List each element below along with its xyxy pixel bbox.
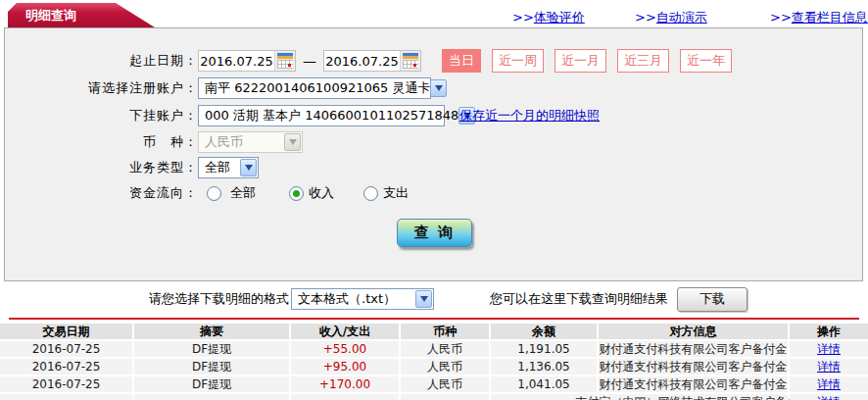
detail-link[interactable]: 详情 — [817, 394, 841, 400]
link-experience-review[interactable]: >>体验评价 — [512, 9, 585, 26]
chevron-down-icon[interactable] — [415, 290, 432, 308]
header-currency: 币种 — [401, 324, 491, 341]
table-row: 2016-07-25 DF提现 +170.00 人民币 1,041.05 财付通… — [0, 376, 868, 394]
date-from-input[interactable]: 2016.07.25 — [198, 50, 296, 72]
tab-title: 明细查询 — [25, 8, 76, 23]
sub-account-row: 下挂账户： 000 活期 基本户 1406600101102571848 保存近… — [5, 104, 862, 127]
table-row-partial: 支付宝（中国）网络技术有限公司客户备付金 详情 — [0, 394, 868, 400]
table-row: 2016-07-25 DF提现 +55.00 人民币 1,191.05 财付通支… — [0, 341, 868, 359]
cell-date: 2016-07-25 — [0, 359, 134, 376]
download-hint: 您可以在这里下载查询明细结果 — [490, 290, 668, 308]
header-action: 操作 — [790, 324, 868, 341]
business-type-label: 业务类型： — [5, 159, 198, 176]
business-type-select[interactable]: 全部 — [198, 157, 259, 178]
fund-flow-income-radio[interactable]: 收入 — [289, 184, 334, 202]
register-account-select[interactable]: 南平 6222001406100921065 灵通卡 — [198, 77, 431, 99]
quick-range-week-button[interactable]: 近一周 — [492, 49, 544, 73]
header-summary: 摘要 — [134, 324, 291, 341]
radio-icon[interactable] — [207, 186, 221, 201]
register-account-row: 请选择注册账户： 南平 6222001406100921065 灵通卡 — [5, 76, 862, 100]
header-date: 交易日期 — [0, 324, 134, 341]
download-format-select[interactable]: 文本格式（.txt） — [291, 288, 434, 310]
fund-flow-label: 资金流向： — [5, 184, 198, 202]
link-label: 体验评价 — [534, 10, 585, 25]
cell-currency: 人民币 — [401, 341, 491, 359]
result-table: 交易日期 摘要 收入/支出 币种 余额 对方信息 操作 2016-07-25 D… — [0, 324, 868, 400]
save-snapshot-link[interactable]: 保存近一个月的明细快照 — [459, 107, 600, 125]
quick-range-3month-button[interactable]: 近三月 — [617, 49, 669, 73]
cell-summary: DF提现 — [134, 359, 291, 376]
tab-detail-query[interactable]: 明细查询 — [8, 3, 155, 27]
radio-label: 支出 — [383, 184, 409, 202]
header-balance: 余额 — [491, 324, 599, 341]
cell-currency — [401, 394, 491, 400]
download-format-value: 文本格式（.txt） — [298, 290, 396, 308]
cell-action: 详情 — [790, 341, 868, 359]
download-row: 请您选择下载明细的格式 文本格式（.txt） 您可以在这里下载查询明细结果 下载 — [0, 286, 868, 312]
download-button[interactable]: 下载 — [677, 287, 747, 312]
cell-summary: DF提现 — [134, 341, 291, 359]
red-divider — [9, 318, 859, 320]
sub-account-select[interactable]: 000 活期 基本户 1406600101102571848 — [198, 105, 445, 126]
cell-counterparty: 支付宝（中国）网络技术有限公司客户备付金 — [599, 394, 790, 400]
date-range-label: 起止日期： — [5, 52, 198, 70]
cell-balance: 1,041.05 — [491, 376, 599, 394]
cell-date — [0, 394, 134, 400]
cell-date: 2016-07-25 — [0, 341, 134, 359]
detail-query-page: 明细查询 >>体验评价 >>自动演示 >>查看栏目信息 起止日期： 2016.0… — [0, 0, 868, 400]
register-account-value: 南平 6222001406100921065 灵通卡 — [205, 79, 430, 97]
radio-icon[interactable] — [363, 186, 378, 201]
cell-action: 详情 — [790, 376, 868, 394]
fund-flow-all-radio[interactable]: 全部 — [207, 184, 256, 202]
cell-action: 详情 — [790, 359, 868, 376]
cell-balance: 1,191.05 — [491, 341, 599, 359]
query-button[interactable]: 查 询 — [397, 219, 472, 247]
download-format-label: 请您选择下载明细的格式 — [149, 290, 289, 308]
detail-link[interactable]: 详情 — [817, 341, 841, 358]
business-type-row: 业务类型： 全部 — [5, 156, 862, 179]
link-auto-demo[interactable]: >>自动演示 — [635, 9, 707, 26]
date-range-separator: — — [303, 53, 316, 69]
currency-select: 人民币 — [198, 131, 303, 153]
cell-amount — [291, 394, 401, 400]
fund-flow-expense-radio[interactable]: 支出 — [363, 184, 409, 202]
sub-account-value: 000 活期 基本户 1406600101102571848 — [205, 107, 458, 125]
date-to-input[interactable]: 2016.07.25 — [323, 50, 421, 72]
quick-range-year-button[interactable]: 近一年 — [680, 49, 732, 73]
currency-label: 币 种： — [5, 133, 198, 151]
cell-summary: DF提现 — [134, 376, 291, 394]
currency-value: 人民币 — [205, 133, 243, 151]
calendar-icon[interactable] — [400, 51, 420, 71]
cell-balance: 1,136.05 — [491, 359, 599, 376]
link-prefix: >> — [770, 10, 792, 25]
fund-flow-row: 资金流向： 全部 收入 支出 — [5, 181, 862, 205]
cell-amount: +170.00 — [291, 376, 401, 394]
header-amount: 收入/支出 — [291, 324, 401, 341]
detail-link[interactable]: 详情 — [817, 376, 841, 393]
radio-checked-icon[interactable] — [289, 186, 304, 201]
link-prefix: >> — [512, 10, 534, 25]
register-account-label: 请选择注册账户： — [5, 79, 198, 97]
detail-link[interactable]: 详情 — [817, 359, 841, 375]
date-range-row: 起止日期： 2016.07.25 — 2016.07.25 当日 近一周 近一月… — [5, 49, 862, 73]
date-from-value: 2016.07.25 — [199, 54, 274, 69]
link-label: 自动演示 — [656, 10, 707, 25]
chevron-down-icon — [284, 133, 301, 151]
cell-amount: +95.00 — [291, 359, 401, 376]
sub-account-label: 下挂账户： — [5, 107, 198, 125]
query-form-panel: 起止日期： 2016.07.25 — 2016.07.25 当日 近一周 近一月… — [4, 27, 863, 281]
currency-row: 币 种： 人民币 — [5, 130, 862, 154]
header-counterparty: 对方信息 — [599, 324, 790, 341]
cell-currency: 人民币 — [401, 359, 491, 376]
cell-amount: +55.00 — [291, 341, 401, 359]
calendar-icon[interactable] — [274, 51, 295, 71]
quick-range-today-button[interactable]: 当日 — [442, 49, 481, 73]
date-to-value: 2016.07.25 — [324, 54, 400, 69]
radio-label: 收入 — [309, 184, 334, 202]
quick-range-month-button[interactable]: 近一月 — [555, 49, 606, 73]
chevron-down-icon[interactable] — [430, 79, 447, 97]
chevron-down-icon[interactable] — [240, 159, 257, 176]
cell-counterparty: 财付通支付科技有限公司客户备付金 — [599, 359, 790, 376]
business-type-value: 全部 — [205, 159, 230, 176]
link-view-column-info[interactable]: >>查看栏目信息 — [770, 9, 868, 26]
